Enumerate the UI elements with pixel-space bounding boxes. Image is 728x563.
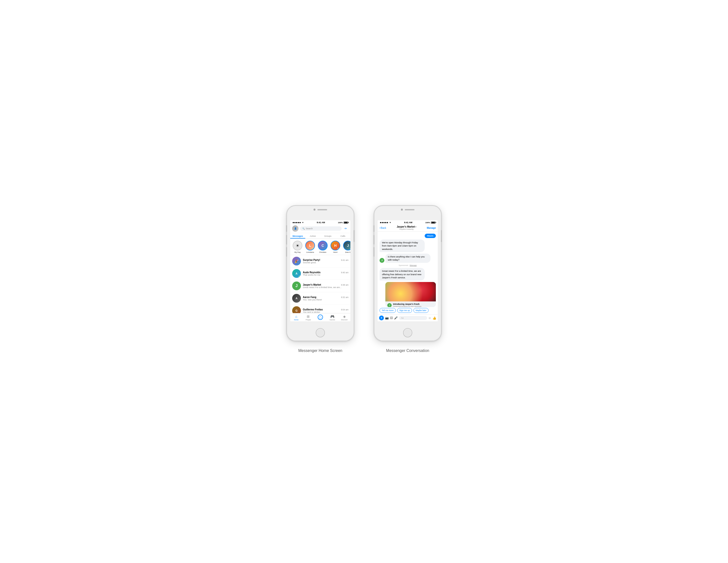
msg-time: 9:41 am <box>341 259 348 261</box>
camera-icon <box>401 209 403 210</box>
nav-people[interactable]: ⊞ People <box>302 315 314 321</box>
sponsored-text: Sponsored · Manage <box>399 264 417 266</box>
msg-time: 9:32 am <box>341 296 348 299</box>
games-icon: 🎮 <box>330 315 334 319</box>
hours-area: Hours <box>380 234 436 238</box>
manage-link[interactable]: Manage <box>410 264 417 266</box>
msg-top: Jasper's Market 9:38 am <box>303 284 348 286</box>
signal-dots: ▼ <box>293 221 304 224</box>
conv-title[interactable]: Jasper's Market › <box>387 225 426 228</box>
nav-home[interactable]: ⌂ Home <box>290 315 302 321</box>
qr-sign-me-up[interactable]: Sign me up <box>397 308 412 313</box>
message-input[interactable]: Aa <box>399 316 427 320</box>
manage-button[interactable]: Manage <box>427 226 436 229</box>
nav-games[interactable]: 🎮 Games <box>326 315 339 321</box>
product-title: Introducing Jasper's Fresh <box>393 303 422 305</box>
signal-dot <box>296 222 297 223</box>
story-avatar-jean: J <box>343 241 350 250</box>
msg-top: Aaron Fang 9:32 am <box>303 296 348 299</box>
chat-area: Hours We're open Monday through Friday f… <box>378 232 438 308</box>
signal-dot <box>380 222 381 223</box>
product-info: J Introducing Jasper's Fresh Seasonal pr… <box>385 302 436 307</box>
status-right: 100% <box>338 221 348 224</box>
emoji-icon[interactable]: ☺ <box>428 316 431 320</box>
home-button[interactable] <box>316 328 325 337</box>
conv-title-area: Jasper's Market › Replies instantly <box>387 225 426 230</box>
add-button[interactable]: + <box>379 316 384 321</box>
status-time: 9:41 AM <box>404 221 412 224</box>
tab-messages[interactable]: Messages <box>290 233 305 238</box>
mic-icon[interactable]: 🎤 <box>394 316 398 320</box>
signal-dot <box>383 222 385 223</box>
phone1-top <box>314 209 327 210</box>
phone2-screen: ▼ 9:41 AM 100% ‹ Back <box>378 220 438 321</box>
power-button <box>354 230 355 242</box>
phone1-caption: Messenger Home Screen <box>298 349 342 353</box>
msg-content-surprise: Surprise Party! 9:41 am Sounds good. <box>303 259 348 264</box>
msg-time: 9:38 am <box>341 284 348 286</box>
msg-preview: You: See you there! <box>303 299 348 301</box>
camera-icon[interactable]: 📷 <box>385 316 389 320</box>
search-bar[interactable]: 🔍 Search <box>300 226 342 231</box>
input-placeholder: Aa <box>401 317 404 319</box>
power-button <box>441 230 442 242</box>
story-name-henri: Henri <box>333 251 338 253</box>
camera-icon <box>314 209 315 210</box>
compose-icon[interactable]: ✏ <box>343 226 348 231</box>
user-avatar[interactable]: 👤 <box>292 225 298 232</box>
mute-button <box>373 225 374 232</box>
story-item-jean[interactable]: J Jean-M <box>343 241 350 253</box>
photo-icon[interactable]: 🖼 <box>390 316 393 320</box>
nav-new-message[interactable]: ◯ <box>314 315 326 321</box>
msg-content-aude: Aude Reynolds 9:40 am That works for me <box>303 271 348 276</box>
msg-item-jasper[interactable]: J Jasper's Market 9:38 am Great news! Fo… <box>290 280 350 292</box>
battery-percent: 100% <box>338 221 343 224</box>
msg-top: Aude Reynolds 9:40 am <box>303 271 348 274</box>
msg-name: Surprise Party! <box>303 259 320 261</box>
msg-avatar-guillermo: G <box>292 306 301 313</box>
volume-down-button <box>286 247 287 257</box>
msg-item-aude[interactable]: A Aude Reynolds 9:40 am That works for m… <box>290 267 350 280</box>
story-item-loredana[interactable]: L Loredana <box>305 241 315 253</box>
back-button[interactable]: ‹ Back <box>380 226 386 229</box>
story-name-christian: Christian <box>319 251 326 253</box>
hours-button[interactable]: Hours <box>425 234 436 238</box>
msg-item-surprise[interactable]: 🎉 Surprise Party! 9:41 am Sounds good. <box>290 255 350 267</box>
signal-dot <box>294 222 296 223</box>
story-avatar-myday: ☀ <box>293 241 302 250</box>
online-dot <box>338 248 339 250</box>
home-button[interactable] <box>403 328 412 337</box>
chat-input-bar: + 📷 🖼 🎤 Aa ☺ 👍 <box>378 314 438 321</box>
qr-maybe-later[interactable]: Maybe later <box>414 308 429 313</box>
story-item-myday[interactable]: ☀ My Day <box>292 241 303 253</box>
product-card[interactable]: J Introducing Jasper's Fresh Seasonal pr… <box>385 282 436 307</box>
nav-tabs: Messages Active Groups Calls <box>290 233 350 239</box>
story-item-christian[interactable]: C Christian <box>317 241 328 253</box>
chat-bubble-2: Is there anything else I can help you wi… <box>385 253 430 263</box>
qr-tell-me-more[interactable]: Tell me more <box>380 308 396 313</box>
phone1-section: ▼ 9:41 AM 100% 👤 � <box>286 205 354 353</box>
msg-item-aaron[interactable]: A Aaron Fang 9:32 am You: See you there! <box>290 292 350 305</box>
phone1-screen: ▼ 9:41 AM 100% 👤 � <box>290 220 350 321</box>
story-item-henri[interactable]: H Henri <box>330 241 341 253</box>
status-bar: ▼ 9:41 AM 100% <box>378 220 438 224</box>
tab-active[interactable]: Active <box>305 233 320 238</box>
bottom-nav: ⌂ Home ⊞ People ◯ 🎮 Games <box>290 313 350 321</box>
conv-subtitle: Replies instantly <box>387 228 426 230</box>
wifi-icon: ▼ <box>389 221 391 224</box>
nav-discover[interactable]: ◈ Discover <box>338 315 350 321</box>
story-name-jean: Jean-M <box>345 251 350 253</box>
tab-calls[interactable]: Calls <box>335 233 350 238</box>
wifi-icon: ▼ <box>302 221 304 224</box>
msg-name: Guillermo Freitas <box>303 308 323 311</box>
status-time: 9:41 AM <box>317 221 325 224</box>
product-text: Introducing Jasper's Fresh Seasonal prod… <box>393 303 422 307</box>
msg-item-guillermo[interactable]: G Guillermo Freitas 9:04 am You sent a s… <box>290 305 350 313</box>
product-subtitle: Seasonal produce at your doorstep <box>393 305 422 307</box>
speaker-icon <box>317 209 327 210</box>
phone2-caption: Messenger Conversation <box>386 349 429 353</box>
people-icon: ⊞ <box>307 315 310 319</box>
like-icon[interactable]: 👍 <box>432 316 436 320</box>
phone2-top <box>401 209 414 210</box>
tab-groups[interactable]: Groups <box>320 233 335 238</box>
